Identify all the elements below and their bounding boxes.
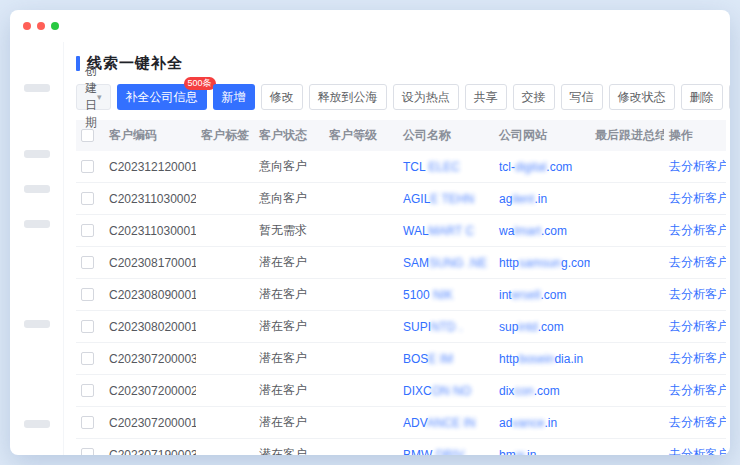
company-website-link[interactable]: dixcon.com xyxy=(499,384,560,398)
col-company-name: 公司名称 xyxy=(398,120,494,151)
sidebar-skeleton-item[interactable] xyxy=(24,320,50,328)
company-name-pre: SAM xyxy=(403,256,429,270)
close-window-button[interactable] xyxy=(23,22,31,30)
col-customer-level: 客户等级 xyxy=(324,120,398,151)
row-checkbox[interactable] xyxy=(81,160,94,173)
customer-status: 意向客户 xyxy=(254,183,324,215)
company-website-link[interactable]: tcl-digital.com xyxy=(499,160,572,174)
customer-code: C202311030001 xyxy=(104,215,196,247)
website-post: .com xyxy=(534,384,560,398)
company-website-link[interactable]: supintd.com xyxy=(499,320,564,334)
company-website-link[interactable]: httpboseindia.in xyxy=(499,352,583,366)
customer-tag xyxy=(196,279,254,311)
company-name-pre: DIXC xyxy=(403,384,432,398)
row-checkbox[interactable] xyxy=(81,416,94,429)
toolbar-button-delete[interactable]: 删除 xyxy=(681,84,723,110)
company-name-link[interactable]: BOSE IM xyxy=(403,352,453,366)
toolbar-button-write-letter[interactable]: 写信 xyxy=(561,84,603,110)
customer-tag xyxy=(196,343,254,375)
company-website-link[interactable]: advance.in xyxy=(499,416,557,430)
company-name-link[interactable]: WALMART C xyxy=(403,224,474,238)
row-checkbox[interactable] xyxy=(81,320,94,333)
company-name-cell: SAMSUNG .NE xyxy=(398,247,494,279)
customer-code: C202307200001 xyxy=(104,407,196,439)
analyze-customer-link[interactable]: 去分析客户 xyxy=(669,223,726,237)
company-website-link[interactable]: bmw.in xyxy=(499,448,536,456)
analyze-customer-link[interactable]: 去分析客户 xyxy=(669,287,726,301)
followup-summary xyxy=(590,407,664,439)
analyze-customer-link[interactable]: 去分析客户 xyxy=(669,255,726,269)
leads-table: 客户编码 客户标签 客户状态 客户等级 公司名称 公司网站 最后跟进总结 操作 … xyxy=(76,120,726,455)
analyze-customer-link[interactable]: 去分析客户 xyxy=(669,319,726,333)
analyze-customer-link[interactable]: 去分析客户 xyxy=(669,415,726,429)
page-title-row: 线索一键补全 xyxy=(76,52,716,74)
analyze-customer-link[interactable]: 去分析客户 xyxy=(669,383,726,397)
toolbar-button-release-to-sea[interactable]: 释放到公海 xyxy=(309,84,387,110)
company-name-link[interactable]: SAMSUNG .NE xyxy=(403,256,487,270)
company-website-cell: intersell.com xyxy=(494,279,590,311)
app-body: 线索一键补全 创建日期 ▾ 补全公司信息 500条 新增 修改释放到公海设为热点… xyxy=(10,42,730,455)
website-blur: con xyxy=(514,384,533,398)
company-name-cell: BOSE IM xyxy=(398,343,494,375)
website-pre: ag xyxy=(499,192,512,206)
analyze-customer-link[interactable]: 去分析客户 xyxy=(669,447,726,455)
company-name-link[interactable]: AGILE TEHN xyxy=(403,192,474,206)
row-checkbox[interactable] xyxy=(81,256,94,269)
col-customer-tag: 客户标签 xyxy=(196,120,254,151)
company-website-link[interactable]: walmart.com xyxy=(499,224,567,238)
row-checkbox[interactable] xyxy=(81,448,94,455)
sidebar-skeleton-item[interactable] xyxy=(24,185,50,193)
company-name-pre: BOS xyxy=(403,352,428,366)
company-website-link[interactable]: agilent.in xyxy=(499,192,547,206)
company-name-link[interactable]: ADVANCE IN xyxy=(403,416,475,430)
customer-level xyxy=(324,343,398,375)
company-name-link[interactable]: BMW DRIV xyxy=(403,448,464,456)
customer-tag xyxy=(196,151,254,183)
row-checkbox[interactable] xyxy=(81,384,94,397)
website-blur: lmart xyxy=(514,224,541,238)
company-name-blur: E TEHN xyxy=(430,192,474,206)
company-name-link[interactable]: 5100 NIK xyxy=(403,288,453,302)
customer-status: 潜在客户 xyxy=(254,439,324,456)
sidebar-skeleton-item[interactable] xyxy=(24,220,50,228)
website-blur: ersell xyxy=(512,288,541,302)
analyze-customer-link[interactable]: 去分析客户 xyxy=(669,159,726,173)
row-checkbox[interactable] xyxy=(81,288,94,301)
company-website-link[interactable]: httpsamsung.com xyxy=(499,256,590,270)
toolbar-button-share[interactable]: 共享 xyxy=(465,84,507,110)
date-filter-select[interactable]: 创建日期 ▾ xyxy=(76,84,111,110)
sidebar-skeleton-item[interactable] xyxy=(24,84,50,92)
maximize-window-button[interactable] xyxy=(51,22,59,30)
company-website-cell: httpsamsung.com xyxy=(494,247,590,279)
analyze-customer-link[interactable]: 去分析客户 xyxy=(669,351,726,365)
company-name-link[interactable]: DIXCON NO xyxy=(403,384,471,398)
customer-code: C202307200002 xyxy=(104,375,196,407)
complete-company-info-button[interactable]: 补全公司信息 500条 xyxy=(117,84,207,110)
website-post: .com xyxy=(541,224,567,238)
row-checkbox[interactable] xyxy=(81,352,94,365)
sidebar-skeleton-item[interactable] xyxy=(24,150,50,158)
toolbar-button-set-hot[interactable]: 设为热点 xyxy=(393,84,459,110)
row-checkbox[interactable] xyxy=(81,192,94,205)
website-post: dia.in xyxy=(554,352,583,366)
more-button[interactable]: 更多... ▾ xyxy=(729,84,730,110)
website-pre: http xyxy=(499,256,519,270)
toolbar-button-change-status[interactable]: 修改状态 xyxy=(609,84,675,110)
company-website-link[interactable]: intersell.com xyxy=(499,288,566,302)
customer-code: C202307200003 xyxy=(104,343,196,375)
toolbar-button-handover[interactable]: 交接 xyxy=(513,84,555,110)
analyze-customer-link[interactable]: 去分析客户 xyxy=(669,191,726,205)
customer-status: 潜在客户 xyxy=(254,247,324,279)
sidebar-skeleton-item[interactable] xyxy=(24,420,50,428)
company-website-cell: httpboseindia.in xyxy=(494,343,590,375)
table-row: C202308170001 潜在客户 SAMSUNG .NE httpsamsu… xyxy=(76,247,726,279)
toolbar: 创建日期 ▾ 补全公司信息 500条 新增 修改释放到公海设为热点共享交接写信修… xyxy=(76,84,716,110)
row-checkbox[interactable] xyxy=(81,224,94,237)
add-button[interactable]: 新增 xyxy=(213,84,255,110)
col-customer-code: 客户编码 xyxy=(104,120,196,151)
company-name-link[interactable]: SUPINTD . xyxy=(403,320,462,334)
company-name-link[interactable]: TCL ELEC xyxy=(403,160,460,174)
complete-company-info-label: 补全公司信息 xyxy=(126,90,198,104)
toolbar-button-edit[interactable]: 修改 xyxy=(261,84,303,110)
minimize-window-button[interactable] xyxy=(37,22,45,30)
